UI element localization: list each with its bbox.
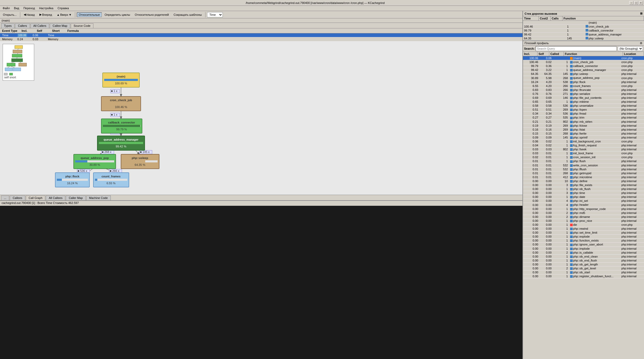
flat-row[interactable]: 99.42 3.22 1 queue_address_manager cron.… [523,68,644,72]
data-row-memory[interactable]: Memory 0.24 0.03 Memory [0,37,522,41]
flat-row[interactable]: 0.58 0.58 536 php::unserialize php:inter… [523,104,644,108]
graph-area[interactable]: self snort [0,41,522,195]
flat-row[interactable]: 0.15 0.15 268 php::fwrite php:internal [523,131,644,135]
close-button[interactable]: × [639,1,643,5]
open-button[interactable]: Открыть... [1,12,18,17]
flat-row[interactable]: 0.00 0.00 1 php::rewind php:internal [523,227,644,231]
flat-row[interactable]: 0.69 0.69 146 php::file_put_contents php… [523,96,644,100]
flat-row[interactable]: 0.00 0.00 1 php::ob_get_length php:inter… [523,262,644,266]
stack-row[interactable]: 100.46 1 cron_check_job [523,25,644,29]
flat-row[interactable]: 0.01 0.01 532 php::fflush php:internal [523,167,644,171]
stack-col-function[interactable]: Function [562,16,644,20]
flat-row[interactable]: 0.03 0.03 802 php::fseek php:internal [523,147,644,151]
flat-row[interactable]: 0.00 0.00 1 php::register_shutdown_funct… [523,274,644,278]
flat-row[interactable]: 0.00 0.00 1 php::ob_end_clean php:intern… [523,254,644,258]
flat-row[interactable]: 16.24 4.20 538 php::flock php:internal [523,80,644,84]
search-input[interactable] [536,46,617,51]
flat-row[interactable]: 0.65 0.65 1 php::mktime php:internal [523,100,644,104]
flat-row[interactable]: 6.55 4.20 266 count_frames cron.php [523,84,644,88]
menu-help[interactable]: Справка [56,6,71,10]
flat-row[interactable]: 0.34 0.34 536 php::fread php:internal [523,112,644,116]
stack-col-cost2[interactable]: Cost2 [539,16,551,20]
stack-row[interactable]: 99.42 1 queue_address_manager [523,33,644,37]
menu-settings[interactable]: Настройка [38,6,55,10]
flat-row[interactable]: 0.02 0.01 1 cron_session_init cron.php [523,155,644,159]
stack-col-time[interactable]: Time [523,16,539,20]
flat-row[interactable]: 0.00 0.00 4 php::header php:internal [523,203,644,207]
tab-source-code[interactable]: Source Code [71,23,93,28]
flat-row[interactable]: 99.79 0.36 1 callback_connector cron.php [523,64,644,68]
menu-file[interactable]: Файл [1,6,11,10]
flat-row[interactable]: 0.01 0.01 532 write_cron_session php:int… [523,163,644,167]
collapse-templates-button[interactable]: Сокращать шаблоны [172,12,204,17]
flat-col-function[interactable]: Function [564,52,623,56]
flat-row[interactable]: 0.51 0.51 269 php::fopen php:internal [523,108,644,112]
grouping-select[interactable]: (No Grouping) [618,46,643,51]
flat-row[interactable]: 0.16 0.16 269 php::fstat php:internal [523,127,644,131]
flat-row[interactable]: 30.89 5.98 268 queue_address_pop cron.ph… [523,76,644,80]
maximize-button[interactable]: □ [634,1,638,5]
flat-row[interactable]: 0.09 0.09 145 php::sprintf php:internal [523,135,644,139]
flat-row[interactable]: 0.01 0.01 412 php::microtime php:interna… [523,175,644,179]
flat-row[interactable]: 0.00 0.00 1 php::ob_flush php:internal [523,187,644,191]
flat-row[interactable]: 0.00 0.00 1 php::set_time_limit php:inte… [523,231,644,235]
up-button[interactable]: ▲ Вверх ▼ [55,12,73,17]
stack-row[interactable]: 64.35 145 php::usleep [523,37,644,40]
tab-types[interactable]: Types [1,23,14,28]
stack-row[interactable]: 99.79 1 callback_connector [523,29,644,33]
detect-cycles-button[interactable]: Определить циклы [103,12,132,17]
flat-row[interactable]: 0.00 0.00 1 php::function_exists php:int… [523,239,644,243]
tab-callers[interactable]: Callers [15,23,30,28]
relative-button[interactable]: Относительные [77,12,102,17]
flat-row[interactable]: 0.00 0.00 3 php::time php:internal [523,191,644,195]
data-row-time[interactable]: Time 100.06 0.06 Time [0,33,522,37]
flat-row[interactable]: 0.01 0.01 268 php::getmypid php:internal [523,171,644,175]
flat-row[interactable]: 0.04 0.02 1 fcg_finish_request php:inter… [523,143,644,147]
flat-row[interactable]: 0.00 0.00 1 php::date php:internal [523,195,644,199]
bottom-tab-machine-code[interactable]: Machine Code [86,196,111,200]
flat-row[interactable]: 0.00 0.00 1 php::ob_end_flush php:intern… [523,258,644,262]
forward-button[interactable]: ▶ Вперед [38,12,54,17]
flat-row[interactable]: 0.00 0.00 1 php::proc_nice php:internal [523,219,644,223]
flat-row[interactable]: 0.00 0.00 10 php::define php:internal [523,179,644,183]
flat-row[interactable]: 0.00 0.00 1 php::ignore_user_abort php:i… [523,243,644,247]
bottom-tab-callees[interactable]: Callees [10,196,25,200]
flat-row[interactable]: 0.21 0.21 802 php::mb_strlen php:interna… [523,120,644,124]
flat-row[interactable]: 0.06 0.02 1 init_background_cron cron.ph… [523,139,644,143]
flat-row[interactable]: 0.00 0.00 2 php::is_callable php:interna… [523,250,644,254]
flat-row[interactable]: 0.01 0.01 1 php::flush php:internal [523,159,644,163]
flat-row[interactable]: 0.83 0.83 266 php::ftruncate php:interna… [523,88,644,92]
flat-row[interactable]: 0.00 0.00 1 php::http_response_code php:… [523,207,644,211]
back-button[interactable]: ◀ Назад [22,12,37,17]
right-expand-icon[interactable]: ⊞ [640,12,642,15]
flat-row[interactable]: 0.00 0.00 1 php::ob_start php:internal [523,270,644,274]
stack-row[interactable]: (main) [523,21,644,25]
flat-row[interactable]: 0.19 0.19 269 php::fclose php:internal [523,124,644,127]
flat-col-incl[interactable]: Incl. [523,52,537,56]
menu-navigate[interactable]: Переход [22,6,37,10]
flat-profile-settings-icon[interactable]: ⚙ [640,42,642,45]
flat-row[interactable]: 0.27 0.27 535 php::trim php:internal [523,116,644,120]
flat-row[interactable]: 0.00 0.00 2 php::md5 php:internal [523,211,644,215]
flat-row[interactable]: 100.46 0.02 1 cron_check_job cron.php [523,60,644,64]
flat-row[interactable]: 0.03 0.01 1 init_boot_frame cron.php [523,151,644,155]
time-dropdown[interactable]: Time [207,12,223,17]
menu-view[interactable]: Вид [12,6,21,10]
flat-col-self[interactable]: Self [537,52,549,56]
minimize-button[interactable]: − [629,1,633,5]
flat-row[interactable]: 0.00 0.00 1 php::explode php:internal [523,235,644,239]
flat-row[interactable]: 0.00 0.00 1 php::implode php:internal [523,247,644,250]
flat-row[interactable]: 0.76 0.76 271 php::serialize php:interna… [523,92,644,96]
bottom-tab-call-graph[interactable]: Call Graph [26,196,46,200]
flat-row[interactable]: 0.00 0.00 2 php::dirname php:internal [523,215,644,219]
flat-row[interactable]: 0.00 0.00 2 php::ob_get_level php:intern… [523,266,644,270]
bottom-tab-all-callees[interactable]: All Callees [46,196,65,200]
tab-all-callers[interactable]: All Callers [31,23,49,28]
stack-col-calls[interactable]: Calls [551,16,562,20]
bottom-tab-caller-map[interactable]: Caller Map [66,196,85,200]
flat-row[interactable]: 0.00 0.00 4 php::ini_set php:internal [523,199,644,203]
flat-row[interactable]: 100.06 0.06 (main) cron.php [523,56,644,60]
relative-parents-button[interactable]: Относительно родителей [133,12,170,17]
bottom-tab-dots[interactable]: ... [1,196,9,200]
flat-row[interactable]: 0.00 0.00 3 php::file_exists php:interna… [523,183,644,187]
